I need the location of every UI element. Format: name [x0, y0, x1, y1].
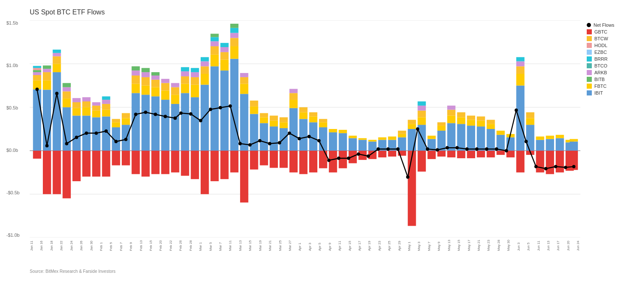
svg-rect-114	[220, 70, 228, 151]
svg-rect-14	[43, 90, 51, 151]
svg-rect-185	[388, 151, 396, 157]
x-label: Apr 17	[358, 240, 361, 251]
svg-rect-24	[53, 50, 61, 53]
svg-rect-142	[270, 115, 278, 120]
x-label: May 7	[427, 240, 431, 251]
x-label: Feb 13	[139, 240, 143, 251]
svg-point-298	[416, 127, 420, 131]
x-label: Feb 20	[159, 240, 162, 251]
svg-rect-206	[437, 151, 445, 157]
legend: Net Flows GBTC BTCW HODL EZBC BRRR	[580, 20, 636, 263]
svg-rect-247	[546, 139, 554, 151]
svg-rect-208	[447, 115, 455, 123]
x-label: May 17	[467, 240, 471, 251]
svg-point-294	[377, 147, 380, 151]
svg-rect-150	[289, 93, 297, 100]
svg-rect-64	[132, 70, 140, 76]
x-label: May 28	[497, 240, 501, 251]
svg-rect-234	[516, 86, 524, 151]
svg-rect-101	[201, 85, 209, 151]
svg-point-281	[248, 143, 252, 146]
svg-rect-167	[329, 151, 337, 172]
svg-rect-28	[62, 91, 70, 98]
svg-rect-46	[92, 151, 100, 177]
chart-title: US Spot BTC ETF Flows	[30, 8, 636, 16]
legend-item-arkb: ARKB	[587, 70, 636, 75]
svg-rect-160	[309, 151, 317, 172]
x-label: Apr 3	[308, 240, 312, 251]
svg-point-279	[229, 104, 232, 108]
svg-rect-193	[408, 151, 416, 226]
x-label: Apr 11	[338, 240, 342, 251]
svg-rect-215	[457, 151, 465, 158]
svg-rect-236	[516, 66, 524, 74]
x-label: Feb 22	[169, 240, 173, 251]
svg-rect-54	[112, 122, 120, 127]
svg-rect-223	[477, 151, 485, 157]
svg-rect-184	[388, 137, 396, 140]
x-label: Mar 1	[199, 240, 202, 251]
svg-point-308	[515, 109, 518, 112]
svg-rect-140	[270, 126, 278, 151]
svg-rect-145	[280, 122, 288, 128]
svg-rect-172	[349, 136, 357, 138]
svg-rect-201	[428, 136, 436, 139]
svg-point-306	[495, 147, 498, 151]
svg-point-292	[357, 152, 360, 156]
svg-point-311	[544, 167, 548, 171]
svg-rect-104	[201, 61, 209, 66]
x-label: Mar 7	[218, 240, 222, 251]
svg-rect-59	[122, 113, 130, 118]
x-label: May 30	[507, 240, 510, 251]
svg-rect-156	[299, 151, 307, 174]
x-label: Apr 23	[378, 240, 381, 251]
svg-rect-106	[201, 151, 209, 194]
svg-rect-219	[467, 151, 475, 158]
x-label: Mar 15	[248, 240, 252, 251]
legend-label-ezbc: EZBC	[594, 50, 607, 55]
svg-rect-240	[526, 125, 534, 151]
svg-rect-52	[102, 151, 110, 177]
svg-rect-220	[477, 126, 485, 151]
svg-rect-21	[53, 64, 61, 72]
legend-label-fbtc: FBTC	[594, 84, 607, 89]
svg-rect-165	[329, 132, 337, 151]
svg-rect-250	[556, 138, 564, 151]
svg-point-277	[209, 108, 212, 111]
svg-rect-69	[141, 77, 149, 86]
svg-rect-50	[102, 100, 110, 104]
x-label: Feb 28	[189, 240, 193, 251]
x-label: Mar 21	[268, 240, 272, 251]
svg-rect-246	[536, 151, 544, 172]
svg-rect-66	[132, 151, 140, 174]
svg-point-301	[445, 146, 449, 149]
svg-rect-141	[270, 120, 278, 126]
svg-rect-31	[62, 151, 70, 198]
x-label: May 3	[417, 240, 421, 251]
svg-rect-131	[240, 151, 248, 202]
svg-point-276	[199, 119, 202, 122]
svg-point-305	[485, 147, 488, 151]
x-label: Apr 25	[387, 240, 391, 251]
svg-rect-195	[417, 117, 426, 125]
svg-rect-221	[477, 120, 485, 126]
svg-rect-199	[417, 151, 426, 171]
svg-rect-27	[62, 98, 70, 107]
x-label: Jun 24	[576, 240, 580, 251]
svg-point-289	[327, 159, 330, 162]
svg-rect-82	[161, 79, 169, 83]
legend-color-btco	[587, 63, 592, 68]
svg-rect-164	[319, 151, 327, 168]
svg-rect-81	[161, 83, 169, 91]
x-label: May 21	[477, 240, 481, 251]
svg-point-297	[406, 175, 409, 179]
svg-point-295	[386, 147, 390, 151]
svg-point-265	[95, 132, 98, 135]
svg-rect-112	[210, 34, 218, 37]
legend-color-ibit	[587, 90, 592, 95]
legend-color-btcw	[587, 36, 592, 41]
legend-item-fbtc: FBTC	[587, 84, 636, 89]
svg-rect-33	[73, 108, 81, 116]
svg-rect-45	[92, 102, 100, 106]
x-label: Jan 16	[39, 240, 43, 251]
